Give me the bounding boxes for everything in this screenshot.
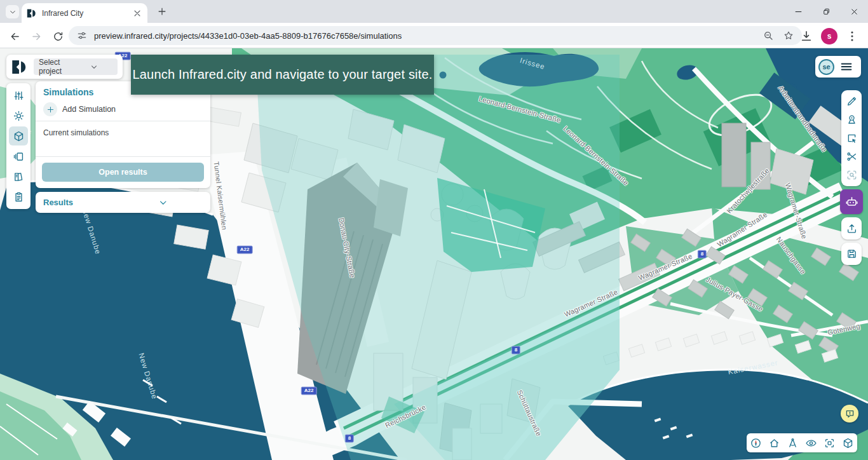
address-bar[interactable]: preview.infrared.city/projects/4433e1d0-… — [69, 26, 802, 45]
select-area-icon[interactable] — [843, 129, 860, 147]
site-info-icon[interactable] — [76, 30, 88, 41]
app-header-card: Select project — [6, 55, 123, 79]
open-results-button[interactable]: Open results — [42, 163, 204, 182]
zoom-out-icon[interactable] — [763, 30, 774, 41]
tab-strip: Infrared City — [0, 0, 868, 23]
home-icon[interactable] — [768, 435, 782, 450]
divider — [36, 156, 210, 157]
select-project-label: Select project — [39, 58, 76, 76]
minimize-button[interactable] — [784, 0, 812, 23]
reload-button[interactable] — [50, 28, 66, 44]
hamburger-menu-icon[interactable] — [839, 60, 853, 74]
user-bar: se — [815, 56, 861, 78]
upload-icon[interactable] — [843, 219, 860, 238]
tab-search-chevron-icon[interactable] — [6, 5, 19, 18]
panel-title: Simulations — [43, 87, 93, 97]
right-tool-rail — [839, 90, 864, 265]
onboarding-banner: Launch Infrared.city and navigate to you… — [131, 55, 434, 95]
map-view-toolbar — [747, 433, 857, 452]
clipboard-icon[interactable] — [9, 187, 28, 206]
kebab-menu-icon[interactable] — [845, 29, 859, 43]
tab-title: Infrared City — [42, 9, 132, 18]
url-text: preview.infrared.city/projects/4433e1d0-… — [94, 31, 763, 41]
infrared-favicon — [27, 9, 37, 18]
select-project-dropdown[interactable]: Select project — [34, 58, 118, 75]
current-simulations-label: Current simulations — [43, 128, 109, 137]
infrared-app: IrisseeLeonard-Bernstein-StraßeLeonard-B… — [0, 48, 868, 460]
restore-button[interactable] — [812, 0, 840, 23]
left-tool-rail — [6, 83, 31, 209]
fit-view-icon[interactable] — [823, 435, 837, 450]
flip-pages-icon[interactable] — [9, 167, 28, 186]
ai-robot-icon[interactable] — [843, 193, 860, 211]
chevron-down-icon — [76, 62, 112, 72]
place-marker-icon[interactable] — [843, 111, 860, 129]
ai-tool-group-active — [840, 189, 863, 214]
plus-icon — [43, 102, 57, 116]
feedback-button[interactable] — [841, 405, 858, 423]
sun-icon[interactable] — [9, 106, 28, 125]
browser-tab[interactable]: Infrared City — [22, 3, 147, 23]
tool-group — [841, 90, 862, 186]
tool-group — [841, 217, 862, 240]
back-button[interactable] — [6, 28, 23, 44]
tab-close-icon[interactable] — [132, 8, 142, 18]
banner-text: Launch Infrared.city and navigate to you… — [132, 67, 432, 82]
scissors-icon[interactable] — [843, 147, 860, 166]
infrared-logo — [11, 60, 28, 74]
window-controls — [784, 0, 868, 23]
user-avatar[interactable]: se — [818, 59, 834, 75]
tool-group — [841, 243, 862, 265]
cube-3d-icon[interactable] — [841, 435, 855, 450]
tune-icon[interactable] — [9, 86, 28, 105]
divider — [36, 121, 210, 121]
pencil-icon[interactable] — [843, 92, 860, 111]
new-tab-button[interactable] — [156, 6, 169, 18]
results-accordion[interactable]: Results — [36, 192, 210, 213]
browser-window: Infrared City preview.infrared.city/proj… — [0, 0, 868, 460]
close-button[interactable] — [840, 0, 868, 23]
add-simulation-button[interactable]: Add Simulation — [43, 102, 116, 116]
cube-icon[interactable] — [9, 126, 28, 145]
downloads-button[interactable] — [799, 29, 813, 43]
carousel-icon[interactable] — [9, 147, 28, 166]
measure-icon[interactable] — [786, 435, 800, 450]
forward-button[interactable] — [28, 28, 44, 44]
add-simulation-label: Add Simulation — [62, 105, 116, 114]
browser-profile-avatar[interactable]: s — [821, 28, 837, 44]
simulations-panel: Simulations Add Simulation Current simul… — [36, 81, 210, 188]
save-icon[interactable] — [843, 245, 860, 263]
browser-toolbar: preview.infrared.city/projects/4433e1d0-… — [0, 23, 868, 48]
scan-search-icon[interactable] — [843, 166, 860, 184]
results-title: Results — [43, 198, 123, 207]
bookmark-star-icon[interactable] — [783, 30, 794, 41]
eye-icon[interactable] — [804, 435, 818, 450]
compass-icon[interactable] — [749, 435, 763, 450]
chevron-down-icon — [123, 197, 203, 208]
